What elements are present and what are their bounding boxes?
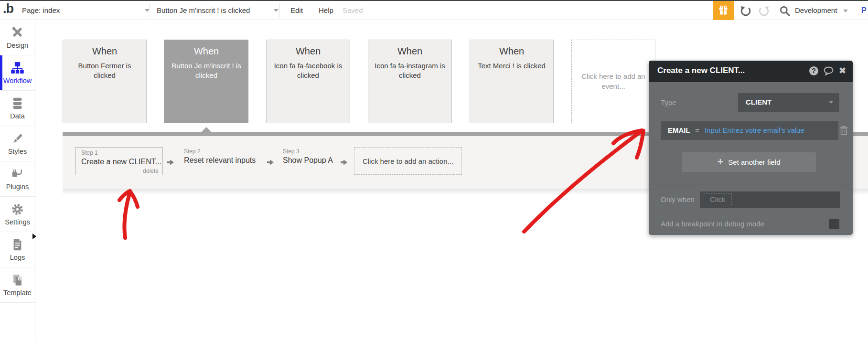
add-event-placeholder: Click here to add an event... — [572, 72, 655, 91]
toolbar-divider — [16, 3, 16, 18]
sidebar-item-workflow[interactable]: Workflow — [0, 55, 35, 91]
only-when-label: Only when — [661, 195, 695, 203]
document-icon — [11, 238, 24, 251]
sidebar-label: Settings — [5, 218, 30, 226]
set-another-field-button[interactable]: + Set another field — [682, 152, 816, 172]
search-icon — [779, 5, 791, 17]
trash-icon[interactable] — [840, 126, 848, 135]
search-button[interactable] — [779, 5, 791, 17]
selected-event-notch — [201, 127, 212, 132]
sidebar-label: Design — [7, 42, 28, 49]
environment-dropdown[interactable]: Development — [795, 1, 848, 20]
event-card-subtitle: Text Merci ! is clicked — [470, 61, 553, 71]
undo-button[interactable] — [739, 5, 752, 17]
gift-icon — [718, 5, 729, 16]
type-value: CLIENT — [746, 98, 772, 106]
add-action-placeholder: Click here to add an action... — [363, 157, 453, 165]
environment-label: Development — [795, 6, 837, 14]
popup-header[interactable]: Create a new CLIENT... ? ✖ — [649, 61, 853, 82]
plus-icon: + — [717, 156, 723, 168]
step-name: Create a new CLIENT... — [81, 158, 162, 166]
step-label: Step 3 — [283, 148, 333, 155]
database-icon — [11, 97, 24, 110]
event-card[interactable]: When Icon fa fa-facebook is clicked — [266, 40, 350, 123]
sidebar-label: Data — [10, 112, 25, 120]
toolbar-divider — [149, 3, 150, 18]
plug-icon — [11, 168, 24, 181]
field-expression[interactable]: Input Entrez votre email's value — [705, 126, 804, 134]
type-label: Type — [661, 98, 676, 106]
paintbrush-icon — [11, 132, 24, 145]
sidebar-item-logs[interactable]: Logs — [0, 232, 35, 267]
event-card-subtitle: Icon fa fa-facebook is clicked — [267, 61, 350, 81]
event-card-subtitle: Button Je m'inscrit ! is clicked — [165, 61, 248, 81]
left-sidebar: Design Workflow — [0, 20, 35, 340]
event-card-subtitle: Icon fa fa-instagram is clicked — [368, 61, 451, 81]
event-card-title: When — [63, 46, 146, 57]
popup-condition-section: Only when Click Add a breakpoint in debu… — [649, 184, 853, 235]
type-dropdown[interactable]: CLIENT — [738, 93, 839, 112]
event-card[interactable]: When Icon fa fa-instagram is clicked — [368, 40, 452, 123]
field-name: EMAIL — [668, 126, 690, 134]
redo-button[interactable] — [758, 5, 770, 17]
event-selector-dropdown[interactable]: Button Je m'inscrit ! is clicked — [157, 1, 276, 20]
sidebar-item-template[interactable]: Template — [0, 267, 35, 303]
gear-icon — [11, 203, 24, 216]
toolbar-divider — [775, 3, 775, 18]
workflow-icon — [11, 62, 24, 74]
page-selector-dropdown[interactable]: Page: index — [22, 1, 146, 20]
event-selector-label: Button Je m'inscrit ! is clicked — [157, 6, 250, 14]
bubble-editor: .b Page: index Button Je m'inscrit ! is … — [0, 0, 868, 340]
chevron-down-icon — [843, 10, 848, 12]
field-operator: = — [695, 126, 699, 134]
step-2-action[interactable]: Step 2 Reset relevant inputs — [184, 148, 256, 165]
step-name: Show Popup A — [283, 156, 333, 165]
event-card[interactable]: When Button Fermer is clicked — [63, 40, 147, 123]
event-card-title: When — [470, 46, 553, 57]
template-pages-icon — [11, 274, 24, 287]
comment-bubble-icon[interactable] — [824, 66, 834, 75]
sidebar-label: Plugins — [6, 183, 29, 191]
step-1-action[interactable]: Step 1 Create a new CLIENT... delete — [75, 147, 163, 175]
close-icon[interactable]: ✖ — [839, 66, 846, 75]
breakpoint-label: Add a breakpoint in debug mode — [661, 220, 764, 228]
event-card-title: When — [267, 46, 350, 57]
undo-icon — [739, 5, 752, 17]
breakpoint-checkbox[interactable] — [829, 219, 839, 229]
step-arrow-icon — [267, 159, 274, 166]
field-assignment-row[interactable]: EMAIL = Input Entrez votre email's value — [661, 121, 838, 140]
event-card-selected[interactable]: When Button Je m'inscrit ! is clicked — [164, 40, 248, 123]
redo-icon — [758, 5, 770, 17]
set-another-field-label: Set another field — [728, 158, 780, 166]
action-editor-popup: Create a new CLIENT... ? ✖ Type CLIENT E… — [649, 61, 853, 235]
toolbar-divider — [279, 3, 280, 18]
design-tools-icon — [11, 26, 24, 39]
only-when-value[interactable]: Click — [704, 193, 732, 205]
sidebar-item-plugins[interactable]: Plugins — [0, 161, 35, 197]
chevron-down-icon — [274, 9, 279, 12]
step-3-action[interactable]: Step 3 Show Popup A — [283, 148, 333, 165]
only-when-input[interactable]: Click — [700, 191, 840, 208]
step-name: Reset relevant inputs — [184, 156, 256, 165]
bubble-logo[interactable]: .b — [3, 1, 13, 16]
page-selector-label: Page: index — [22, 6, 60, 14]
help-icon[interactable]: ? — [809, 66, 818, 75]
sidebar-item-styles[interactable]: Styles — [0, 126, 35, 161]
menu-help[interactable]: Help — [319, 1, 333, 20]
step-label: Step 1 — [81, 149, 162, 156]
top-toolbar: .b Page: index Button Je m'inscrit ! is … — [0, 1, 868, 20]
sidebar-expand-handle[interactable] — [32, 234, 36, 239]
sidebar-item-design[interactable]: Design — [0, 20, 35, 55]
event-card[interactable]: When Text Merci ! is clicked — [470, 40, 554, 123]
gift-button[interactable] — [713, 1, 734, 20]
sidebar-item-settings[interactable]: Settings — [0, 197, 35, 232]
event-card-title: When — [368, 46, 451, 57]
sidebar-label: Template — [3, 289, 32, 297]
preview-link[interactable]: P — [861, 1, 867, 20]
add-event-card[interactable]: Click here to add an event... — [571, 40, 655, 123]
menu-edit[interactable]: Edit — [290, 1, 303, 20]
sidebar-label: Logs — [10, 254, 25, 261]
add-action-box[interactable]: Click here to add an action... — [354, 147, 462, 175]
sidebar-item-data[interactable]: Styles Data — [0, 91, 35, 126]
step-delete-link[interactable]: delete — [143, 168, 159, 174]
